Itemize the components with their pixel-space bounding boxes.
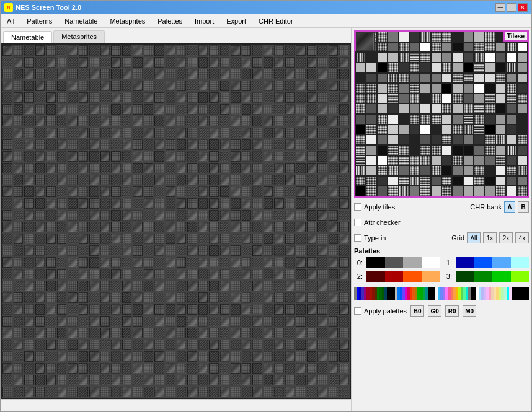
grid-cell[interactable] xyxy=(67,292,78,304)
grid-cell[interactable] xyxy=(285,174,296,186)
tileset-cell[interactable] xyxy=(463,94,474,104)
grid-cell[interactable] xyxy=(328,115,339,127)
grid-cell[interactable] xyxy=(122,186,133,198)
grid-cell[interactable] xyxy=(100,103,111,115)
tileset-cell[interactable] xyxy=(506,125,516,135)
grid-cell[interactable] xyxy=(143,139,154,151)
grid-cell[interactable] xyxy=(230,115,241,127)
grid-cell[interactable] xyxy=(165,115,176,127)
grid-cell[interactable] xyxy=(230,245,241,256)
grid-cell[interactable] xyxy=(263,268,274,280)
tileset-cell[interactable] xyxy=(388,134,398,145)
tileset-cell[interactable] xyxy=(485,125,495,135)
grid-cell[interactable] xyxy=(273,115,285,127)
grid-cell[interactable] xyxy=(285,245,296,256)
grid-cell[interactable] xyxy=(24,92,35,103)
grid-cell[interactable] xyxy=(89,127,100,139)
grid-cell[interactable] xyxy=(143,233,154,245)
grid-cell[interactable] xyxy=(230,151,241,162)
grid-cell[interactable] xyxy=(100,304,111,315)
grid-cell[interactable] xyxy=(78,327,89,339)
grid-cell[interactable] xyxy=(45,139,56,151)
tileset-cell[interactable] xyxy=(409,63,420,73)
grid-cell[interactable] xyxy=(143,339,154,351)
grid-cell[interactable] xyxy=(176,45,187,56)
attr-checker-checkbox-label[interactable]: Attr checker xyxy=(354,219,401,226)
tileset-cell[interactable] xyxy=(366,103,376,114)
grid-cell[interactable] xyxy=(306,351,317,362)
grid-cell[interactable] xyxy=(187,68,198,80)
grid-cell[interactable] xyxy=(187,374,198,386)
grid-cell[interactable] xyxy=(176,209,187,221)
grid-cell[interactable] xyxy=(317,139,328,151)
grid-cell[interactable] xyxy=(35,233,46,245)
grid-cell[interactable] xyxy=(2,45,13,56)
grid-cell[interactable] xyxy=(89,315,100,327)
grid-cell[interactable] xyxy=(306,339,317,351)
grid-cell[interactable] xyxy=(230,362,241,374)
grid-cell[interactable] xyxy=(56,209,68,221)
tileset-cell[interactable] xyxy=(399,42,409,53)
grid-cell[interactable] xyxy=(285,198,296,209)
tileset-cell[interactable] xyxy=(517,186,528,196)
tileset-cell[interactable] xyxy=(409,145,420,156)
palette-color[interactable] xyxy=(474,271,493,282)
grid-cell[interactable] xyxy=(132,56,143,68)
grid-cell[interactable] xyxy=(165,56,176,68)
grid-cell[interactable] xyxy=(328,386,339,398)
grid-cell[interactable] xyxy=(198,151,209,162)
grid-cell[interactable] xyxy=(317,245,328,256)
grid-cell[interactable] xyxy=(45,209,56,221)
grid-cell[interactable] xyxy=(219,292,231,304)
grid-cell[interactable] xyxy=(89,386,100,398)
grid-cell[interactable] xyxy=(110,198,122,209)
grid-cell[interactable] xyxy=(295,162,306,174)
grid-cell[interactable] xyxy=(67,256,78,268)
grid-cell[interactable] xyxy=(165,45,176,56)
grid-cell[interactable] xyxy=(317,292,328,304)
grid-cell[interactable] xyxy=(219,339,231,351)
tileset-cell[interactable] xyxy=(441,83,452,94)
grid-cell[interactable] xyxy=(132,362,143,374)
grid-cell[interactable] xyxy=(252,80,263,92)
grid-cell[interactable] xyxy=(295,362,306,374)
grid-cell[interactable] xyxy=(176,221,187,233)
tileset-cell[interactable] xyxy=(377,103,388,114)
grid-cell[interactable] xyxy=(198,127,209,139)
grid-cell[interactable] xyxy=(252,351,263,362)
tileset-cell[interactable] xyxy=(474,63,484,73)
tileset-cell[interactable] xyxy=(355,83,366,94)
grid-cell[interactable] xyxy=(285,268,296,280)
tileset-cell[interactable] xyxy=(441,42,452,53)
tileset-cell[interactable] xyxy=(420,103,430,114)
tileset-cell[interactable] xyxy=(452,73,463,84)
grid-cell[interactable] xyxy=(198,315,209,327)
grid-cell[interactable] xyxy=(13,68,24,80)
tileset-cell[interactable] xyxy=(474,73,484,84)
grid-cell[interactable] xyxy=(187,327,198,339)
tileset-cell[interactable] xyxy=(506,134,516,145)
grid-cell[interactable] xyxy=(122,68,133,80)
tileset-cell[interactable] xyxy=(377,156,388,166)
tileset-cell[interactable] xyxy=(517,42,528,53)
grid-cell[interactable] xyxy=(273,268,285,280)
grid-cell[interactable] xyxy=(24,115,35,127)
tileset-cell[interactable] xyxy=(388,73,398,84)
grid-cell[interactable] xyxy=(67,374,78,386)
grid-cell[interactable] xyxy=(328,162,339,174)
tileset-cell[interactable] xyxy=(463,42,474,53)
grid-cell[interactable] xyxy=(252,103,263,115)
grid-cell[interactable] xyxy=(2,139,13,151)
grid-cell[interactable] xyxy=(165,292,176,304)
grid-cell[interactable] xyxy=(295,56,306,68)
tileset-cell[interactable] xyxy=(420,186,430,196)
grid-cell[interactable] xyxy=(306,245,317,256)
grid-cell[interactable] xyxy=(241,268,252,280)
grid-cell[interactable] xyxy=(219,374,231,386)
grid-cell[interactable] xyxy=(35,68,46,80)
grid-cell[interactable] xyxy=(78,56,89,68)
grid-cell[interactable] xyxy=(295,374,306,386)
grid-cell[interactable] xyxy=(78,198,89,209)
grid-cell[interactable] xyxy=(317,351,328,362)
grid-cell[interactable] xyxy=(252,339,263,351)
